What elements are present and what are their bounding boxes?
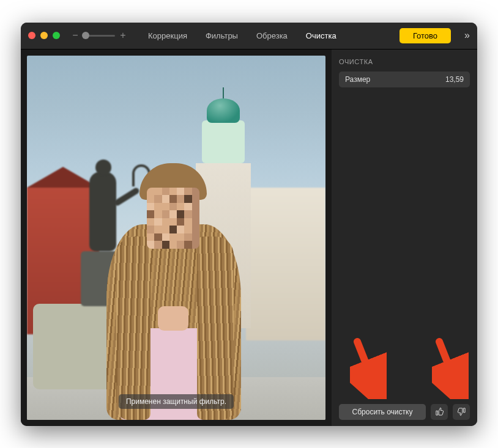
zoom-slider[interactable] (83, 35, 115, 37)
app-window: − + Коррекция Фильтры Обрезка Очистка Го… (21, 23, 477, 426)
minimize-window-button[interactable] (40, 32, 48, 39)
thumbs-down-icon (457, 407, 466, 416)
thumbs-up-icon (435, 407, 444, 416)
canvas-area: Применен защитный фильтр. (21, 50, 332, 426)
zoom-control: − + (71, 30, 127, 41)
photo-detail (116, 237, 151, 420)
tab-crop[interactable]: Обрезка (248, 28, 296, 44)
overlay-message: Применен защитный фильтр. (119, 394, 234, 409)
done-button[interactable]: Готово (400, 28, 451, 43)
more-button[interactable]: » (464, 30, 470, 41)
cleanup-sidebar: ОЧИСТКА Размер 13,59 (332, 50, 477, 426)
zoom-out-button[interactable]: − (71, 30, 80, 41)
brush-size-value: 13,59 (445, 75, 464, 84)
tab-correction[interactable]: Коррекция (139, 28, 196, 44)
photo-detail (246, 188, 325, 340)
thumbs-up-button[interactable] (431, 404, 448, 420)
tab-filters[interactable]: Фильтры (197, 28, 247, 44)
photo-detail (113, 186, 140, 207)
photo-detail (197, 237, 234, 420)
photo-detail (27, 167, 99, 188)
annotation-arrow (432, 338, 469, 399)
edit-tabs: Коррекция Фильтры Обрезка Очистка (139, 28, 390, 44)
brush-size-row[interactable]: Размер 13,59 (339, 72, 470, 87)
reset-cleanup-button[interactable]: Сбросить очистку (339, 404, 426, 420)
content-area: Применен защитный фильтр. ОЧИСТКА Размер… (21, 50, 477, 426)
photo-detail (95, 160, 111, 175)
fullscreen-window-button[interactable] (53, 32, 60, 39)
zoom-slider-thumb[interactable] (82, 32, 89, 39)
thumbs-down-button[interactable] (453, 404, 470, 420)
titlebar: − + Коррекция Фильтры Обрезка Очистка Го… (21, 23, 477, 50)
window-controls (28, 32, 60, 39)
photo-canvas[interactable]: Применен защитный фильтр. (27, 56, 325, 420)
photo-detail (202, 120, 245, 163)
sidebar-footer: Сбросить очистку (339, 404, 470, 420)
photo-detail (207, 98, 240, 123)
tab-cleanup[interactable]: Очистка (297, 28, 345, 44)
zoom-in-button[interactable]: + (119, 30, 127, 41)
brush-size-label: Размер (345, 75, 370, 84)
photo-detail (158, 306, 188, 331)
photo-detail (89, 172, 116, 251)
sidebar-title: ОЧИСТКА (339, 58, 470, 65)
annotation-arrow (350, 338, 387, 399)
close-window-button[interactable] (28, 32, 35, 39)
pixelated-face (147, 188, 199, 249)
